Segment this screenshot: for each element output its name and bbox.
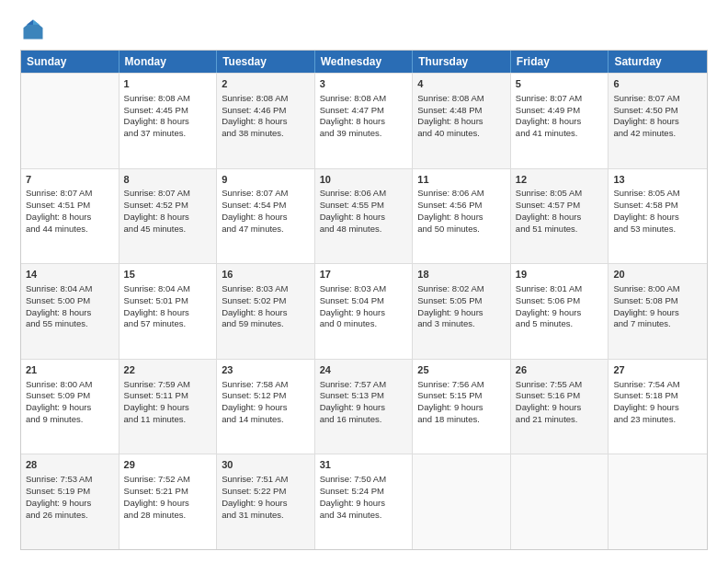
calendar-cell: 5Sunrise: 8:07 AMSunset: 4:49 PMDaylight… [511,74,609,168]
day-info-line: Sunset: 4:50 PM [613,105,702,117]
day-info-line: Daylight: 9 hours [222,498,310,510]
logo-icon [20,17,46,42]
day-number: 25 [417,363,506,377]
calendar-cell: 25Sunrise: 7:56 AMSunset: 5:15 PMDayligh… [413,360,511,454]
day-info-line: Sunset: 4:45 PM [124,105,212,117]
day-number: 4 [417,77,506,91]
day-info-line: and 47 minutes. [222,224,310,236]
day-info-line: Sunrise: 7:53 AM [26,474,114,486]
header-day-saturday: Saturday [609,51,707,73]
day-info-line: and 11 minutes. [124,414,212,426]
day-info-line: Daylight: 9 hours [417,402,506,414]
header-day-thursday: Thursday [413,51,511,73]
day-info-line: Sunrise: 7:54 AM [613,379,702,391]
calendar-cell: 19Sunrise: 8:01 AMSunset: 5:06 PMDayligh… [511,264,609,359]
calendar-cell: 10Sunrise: 8:06 AMSunset: 4:55 PMDayligh… [315,169,414,264]
day-info-line: Sunset: 4:56 PM [417,200,506,212]
day-info-line: and 37 minutes. [124,128,212,140]
day-info-line: Sunrise: 8:00 AM [613,283,702,295]
calendar-cell: 18Sunrise: 8:02 AMSunset: 5:05 PMDayligh… [413,264,511,359]
day-number: 11 [417,173,506,187]
svg-marker-1 [33,20,40,25]
calendar-row-4: 21Sunrise: 8:00 AMSunset: 5:09 PMDayligh… [21,359,707,454]
calendar-cell: 8Sunrise: 8:07 AMSunset: 4:52 PMDaylight… [119,169,218,264]
day-info-line: Daylight: 9 hours [222,402,310,414]
day-info-line: Sunset: 5:02 PM [222,295,310,307]
calendar-cell: 7Sunrise: 8:07 AMSunset: 4:51 PMDaylight… [21,169,119,264]
header-day-tuesday: Tuesday [217,51,315,73]
day-info-line: and 53 minutes. [613,224,702,236]
day-info-line: Sunrise: 8:04 AM [26,283,114,295]
day-info-line: Daylight: 8 hours [26,307,114,319]
calendar-cell: 22Sunrise: 7:59 AMSunset: 5:11 PMDayligh… [119,360,218,454]
calendar-cell: 11Sunrise: 8:06 AMSunset: 4:56 PMDayligh… [413,169,511,264]
header-day-friday: Friday [511,51,609,73]
day-number: 13 [613,173,702,187]
day-info-line: Sunset: 4:52 PM [124,200,212,212]
day-info-line: Sunset: 5:11 PM [124,390,212,402]
day-info-line: Sunrise: 8:01 AM [516,283,604,295]
day-info-line: Sunrise: 8:05 AM [516,188,604,200]
day-info-line: Daylight: 9 hours [516,307,604,319]
header [20,17,708,42]
day-info-line: Sunrise: 7:52 AM [124,474,212,486]
day-info-line: and 57 minutes. [124,318,212,330]
day-number: 29 [124,458,212,472]
day-info-line: Sunset: 4:46 PM [222,105,310,117]
day-info-line: and 18 minutes. [417,414,506,426]
day-number: 21 [26,363,114,377]
day-info-line: Sunset: 4:51 PM [26,200,114,212]
day-info-line: and 28 minutes. [124,510,212,522]
day-info-line: Daylight: 8 hours [124,116,212,128]
day-info-line: Daylight: 8 hours [516,116,604,128]
calendar-cell [413,454,511,549]
day-number: 3 [320,77,408,91]
calendar-cell: 20Sunrise: 8:00 AMSunset: 5:08 PMDayligh… [609,264,707,359]
day-number: 18 [417,268,506,282]
day-info-line: and 14 minutes. [222,414,310,426]
day-info-line: Daylight: 9 hours [516,402,604,414]
day-info-line: and 34 minutes. [320,510,408,522]
day-info-line: Sunrise: 8:07 AM [516,93,604,105]
day-info-line: and 26 minutes. [26,510,114,522]
day-info-line: Sunrise: 7:56 AM [417,379,506,391]
day-info-line: and 16 minutes. [320,414,408,426]
day-number: 30 [222,458,310,472]
day-info-line: Daylight: 8 hours [320,116,408,128]
day-info-line: Sunrise: 8:06 AM [417,188,506,200]
day-info-line: Daylight: 8 hours [516,212,604,224]
day-info-line: Daylight: 8 hours [26,212,114,224]
day-info-line: and 9 minutes. [26,414,114,426]
calendar: SundayMondayTuesdayWednesdayThursdayFrid… [20,50,708,550]
day-info-line: Daylight: 9 hours [124,402,212,414]
calendar-row-5: 28Sunrise: 7:53 AMSunset: 5:19 PMDayligh… [21,454,707,549]
day-info-line: and 5 minutes. [516,318,604,330]
calendar-cell: 3Sunrise: 8:08 AMSunset: 4:47 PMDaylight… [315,74,414,168]
day-info-line: Daylight: 9 hours [613,402,702,414]
day-info-line: and 44 minutes. [26,224,114,236]
day-info-line: Sunrise: 7:50 AM [320,474,408,486]
day-number: 20 [613,268,702,282]
calendar-cell: 31Sunrise: 7:50 AMSunset: 5:24 PMDayligh… [315,454,414,549]
day-number: 5 [516,77,604,91]
day-number: 22 [124,363,212,377]
calendar-cell [21,74,119,168]
day-info-line: Sunrise: 7:58 AM [222,379,310,391]
day-number: 6 [613,77,702,91]
day-number: 7 [26,173,114,187]
calendar-cell: 26Sunrise: 7:55 AMSunset: 5:16 PMDayligh… [511,360,609,454]
day-info-line: Sunrise: 7:51 AM [222,474,310,486]
day-info-line: Daylight: 8 hours [222,307,310,319]
day-info-line: Sunset: 5:24 PM [320,486,408,498]
day-info-line: Daylight: 9 hours [417,307,506,319]
day-info-line: Sunset: 4:49 PM [516,105,604,117]
calendar-row-3: 14Sunrise: 8:04 AMSunset: 5:00 PMDayligh… [21,263,707,359]
day-info-line: Daylight: 8 hours [124,212,212,224]
header-day-wednesday: Wednesday [315,51,414,73]
day-info-line: Sunrise: 8:07 AM [222,188,310,200]
day-info-line: Sunset: 5:12 PM [222,390,310,402]
day-info-line: Sunrise: 8:07 AM [124,188,212,200]
calendar-cell: 29Sunrise: 7:52 AMSunset: 5:21 PMDayligh… [119,454,218,549]
day-info-line: Sunset: 5:16 PM [516,390,604,402]
day-info-line: Sunset: 4:47 PM [320,105,408,117]
